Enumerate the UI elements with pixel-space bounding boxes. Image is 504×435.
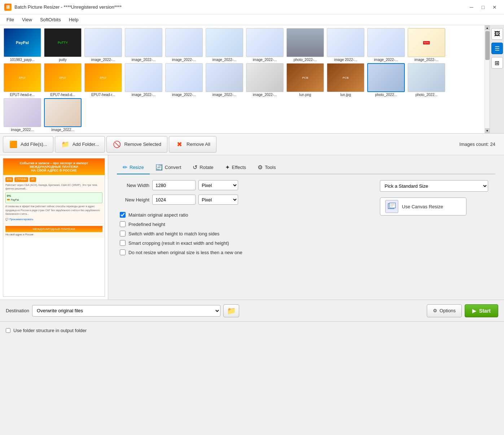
new-width-input[interactable] xyxy=(152,180,196,190)
list-item[interactable]: image_2022... xyxy=(3,98,42,132)
tab-tools[interactable]: ⚙ Tools xyxy=(252,161,281,174)
thumbnail-label: lun.jpg xyxy=(340,93,351,97)
list-item[interactable]: image_2022-... xyxy=(84,28,123,62)
maintain-aspect-checkbox[interactable] xyxy=(120,212,126,218)
thumbnail-image: PuTTY xyxy=(44,28,82,57)
list-view-icon[interactable]: ☰ xyxy=(491,43,503,54)
tab-effects[interactable]: ✦ Effects xyxy=(219,161,252,174)
table-view-icon[interactable]: ⊞ xyxy=(491,57,503,69)
menu-view[interactable]: View xyxy=(18,16,36,24)
thumbnail-image: 50% xyxy=(408,28,445,57)
thumbnail-image xyxy=(125,63,162,92)
maintain-aspect-row: Maintain original aspect ratio xyxy=(120,212,371,218)
canvas-resize-container: Use Canvas Resize xyxy=(380,197,495,216)
standard-size-select[interactable]: Pick a Standard Size 640x480 800x600 102… xyxy=(380,180,488,192)
use-folder-structure-row: Use folder structure in output folder xyxy=(6,328,87,333)
list-item[interactable]: EPU7 EPU7-head-d... xyxy=(43,63,82,97)
list-item[interactable]: PuTTY putty xyxy=(43,28,82,62)
thumbnail-label: image_2022-... xyxy=(172,93,196,97)
list-item[interactable]: EPU7 EPU7-head-r... xyxy=(84,63,123,97)
convert-tab-label: Convert xyxy=(165,165,181,170)
smart-cropping-row: Smart cropping (result in exact width an… xyxy=(120,240,371,246)
list-item[interactable]: image 2022-... xyxy=(326,28,365,62)
list-item[interactable]: photo_2022... xyxy=(407,63,446,97)
switch-dimensions-checkbox[interactable] xyxy=(120,231,126,236)
thumbnail-label: putty xyxy=(59,58,67,62)
new-height-unit-select[interactable]: Pixel Percent cm inch xyxy=(198,195,238,205)
scroll-down[interactable]: ▼ xyxy=(485,128,490,133)
list-item[interactable]: photo_2022... xyxy=(367,63,406,97)
minimize-button[interactable]: ─ xyxy=(466,2,477,12)
add-folder-label: Add Folder... xyxy=(73,142,99,147)
start-label: Start xyxy=(479,308,491,314)
list-item[interactable]: photo_2022-... xyxy=(286,28,325,62)
options-button[interactable]: ⚙ Options xyxy=(427,304,462,317)
smart-cropping-checkbox[interactable] xyxy=(120,240,126,246)
resize-tab-icon: ✏ xyxy=(123,164,127,171)
predefined-height-checkbox[interactable] xyxy=(120,221,126,227)
new-height-input[interactable] xyxy=(152,195,196,205)
new-width-unit-select[interactable]: Pixel Percent cm inch xyxy=(198,180,238,190)
tab-resize[interactable]: ✏ Resize xyxy=(117,161,150,174)
use-folder-structure-checkbox[interactable] xyxy=(6,328,10,333)
thumbnail-image: PayPal xyxy=(4,28,41,57)
menu-softorbits[interactable]: SoftOrbits xyxy=(36,16,65,24)
list-item[interactable]: EPU7 EPU7-head-e... xyxy=(3,63,42,97)
remove-all-button[interactable]: ✖ Remove All xyxy=(169,136,216,153)
no-resize-checkbox[interactable] xyxy=(120,249,126,255)
list-item[interactable]: PayPal 101983_payp... xyxy=(3,28,42,62)
thumbnail-image: PCB xyxy=(286,63,324,92)
thumbnail-image xyxy=(125,28,162,57)
list-item[interactable]: image_2022-... xyxy=(165,63,203,97)
thumbnail-image xyxy=(84,28,122,57)
scroll-thumb[interactable] xyxy=(485,31,490,60)
list-item[interactable]: image_2022-... xyxy=(205,28,244,62)
app-title: Batch Picture Resizer - ****Unregistered… xyxy=(14,4,464,10)
app-icon-glyph: 🖼 xyxy=(6,5,10,9)
list-item[interactable]: 50% image_2022-... xyxy=(407,28,446,62)
thumbnail-label: image_2022-... xyxy=(415,58,439,62)
thumbnail-label: 101983_payp... xyxy=(10,58,35,62)
folder-browse-button[interactable]: 📁 xyxy=(223,304,239,317)
start-button[interactable]: ▶ Start xyxy=(465,304,498,317)
switch-dimensions-row: Switch width and height to match long si… xyxy=(120,231,371,236)
tab-convert[interactable]: 🔄 Convert xyxy=(150,161,187,174)
tab-rotate[interactable]: ↺ Rotate xyxy=(187,161,219,174)
close-button[interactable]: ✕ xyxy=(490,2,500,12)
maintain-aspect-label: Maintain original aspect ratio xyxy=(128,212,188,218)
menu-file[interactable]: File xyxy=(3,16,18,24)
add-files-button[interactable]: 🟧 Add File(s)... xyxy=(3,136,53,153)
menu-help[interactable]: Help xyxy=(65,16,82,24)
thumbnail-image xyxy=(408,63,445,92)
remove-selected-button[interactable]: 🚫 Remove Selected xyxy=(106,136,167,153)
destination-select[interactable]: Overwrite original files Save to subfold… xyxy=(32,305,220,317)
list-item[interactable]: image_2022-... xyxy=(165,28,203,62)
list-item[interactable]: image_2022-... xyxy=(124,28,163,62)
thumbnail-image xyxy=(206,63,243,92)
window-controls: ─ □ ✕ xyxy=(466,2,500,12)
thumbnail-label: image_2022-... xyxy=(212,58,237,62)
remove-all-icon: ✖ xyxy=(175,140,184,149)
list-item[interactable]: PCB lun.png xyxy=(286,63,325,97)
maximize-button[interactable]: □ xyxy=(478,2,488,12)
options-label: Options xyxy=(439,308,456,313)
list-item[interactable]: image_2022... xyxy=(43,98,82,132)
thumbnail-image xyxy=(206,28,243,57)
list-item[interactable]: PCB lun.jpg xyxy=(326,63,365,97)
options-gear-icon: ⚙ xyxy=(433,308,437,313)
canvas-resize-label: Use Canvas Resize xyxy=(402,204,443,209)
scroll-up[interactable]: ▲ xyxy=(485,25,490,30)
gallery-scrollbar[interactable]: ▲ ▼ xyxy=(485,25,490,133)
gallery-view-icon[interactable]: 🖼 xyxy=(491,28,503,40)
list-item[interactable]: image_2022-... xyxy=(367,28,406,62)
list-item[interactable]: image_2022-... xyxy=(124,63,163,97)
list-item[interactable]: image_2022-... xyxy=(205,63,244,97)
list-item[interactable]: image_2022-... xyxy=(245,63,284,97)
add-folder-button[interactable]: 📁 Add Folder... xyxy=(55,136,105,153)
list-item[interactable]: image_2022-... xyxy=(245,28,284,62)
thumbnail-label: image_2022-... xyxy=(253,58,277,62)
effects-tab-icon: ✦ xyxy=(225,164,230,171)
canvas-resize-button[interactable]: Use Canvas Resize xyxy=(380,197,466,216)
svg-rect-1 xyxy=(390,203,395,208)
thumbnail-label: image_2022-... xyxy=(172,58,196,62)
